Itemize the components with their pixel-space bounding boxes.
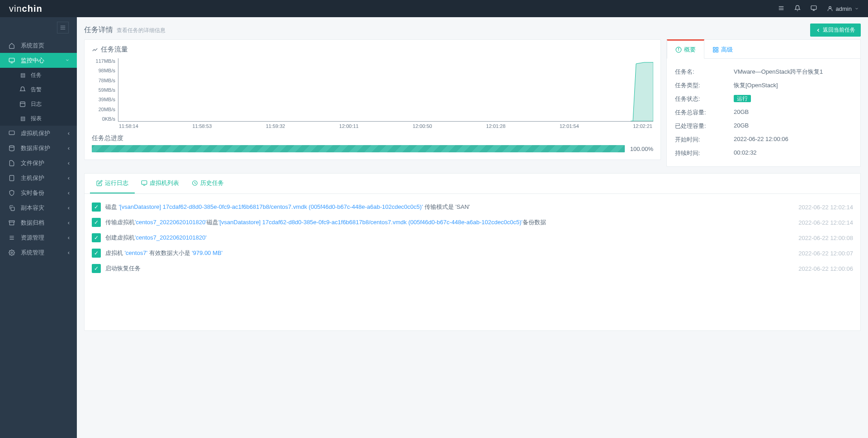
sliders-icon xyxy=(7,235,16,241)
nav-system[interactable]: 系统管理‹ xyxy=(0,245,77,260)
svg-rect-14 xyxy=(9,131,14,134)
subnav-alert[interactable]: 告警 xyxy=(0,82,77,97)
chevron-left-icon: ‹ xyxy=(68,204,70,211)
svg-rect-30 xyxy=(142,181,147,184)
info-value: 运行 xyxy=(734,95,852,103)
info-row: 任务状态:运行 xyxy=(675,92,852,106)
svg-rect-26 xyxy=(713,47,715,49)
shield-icon xyxy=(7,190,16,196)
nav-file-protect[interactable]: 文件保护‹ xyxy=(0,155,77,170)
nav-db-protect[interactable]: 数据库保护‹ xyxy=(0,141,77,155)
log-message: 虚拟机 'centos7' 有效数据大小是 '979.00 MB' xyxy=(105,249,798,257)
check-icon: ✓ xyxy=(92,218,101,227)
svg-rect-28 xyxy=(713,50,715,52)
info-row: 开始时间:2022-06-22 12:00:06 xyxy=(675,133,852,146)
check-icon: ✓ xyxy=(92,264,101,273)
info-icon xyxy=(675,47,682,53)
nav-label: 副本容灾 xyxy=(21,204,44,212)
chart-y-axis: 117MB/s98MB/s78MB/s59MB/s39MB/s20MB/s0KB… xyxy=(92,58,118,122)
btab-history[interactable]: 历史任务 xyxy=(185,174,230,193)
info-value: 恢复[OpenStack] xyxy=(734,81,852,89)
subnav-label: 告警 xyxy=(31,86,42,94)
log-timestamp: 2022-06-22 12:02:14 xyxy=(798,204,853,211)
menu-icon[interactable] xyxy=(778,5,784,13)
logo-part1: vin xyxy=(9,4,22,14)
info-label: 已处理容量: xyxy=(675,122,734,130)
status-badge: 运行 xyxy=(734,95,751,102)
subnav-log[interactable]: 日志 xyxy=(0,97,77,111)
nav-label: 资源管理 xyxy=(21,234,44,242)
check-icon: ✓ xyxy=(92,233,101,242)
svg-rect-3 xyxy=(811,5,816,9)
chevron-down-icon xyxy=(65,57,70,64)
y-tick: 78MB/s xyxy=(99,78,115,83)
page-title-wrap: 任务详情 查看任务的详细信息 xyxy=(84,25,165,35)
chevron-left-icon: ‹ xyxy=(68,160,70,166)
list-icon: ▤ xyxy=(18,72,27,78)
topbar-right: admin xyxy=(778,5,859,13)
page-header: 任务详情 查看任务的详细信息 返回当前任务 xyxy=(84,24,861,37)
nav-monitor[interactable]: 监控中心 xyxy=(0,53,77,68)
back-to-task-button[interactable]: 返回当前任务 xyxy=(810,24,861,37)
info-row: 任务名:VMware—OpenStack跨平台恢复1 xyxy=(675,65,852,79)
page-subtitle: 查看任务的详细信息 xyxy=(117,27,165,33)
vm-icon xyxy=(7,130,16,137)
nav-replica[interactable]: 副本容灾‹ xyxy=(0,200,77,215)
archive-icon xyxy=(7,220,16,226)
sidebar-collapse-button[interactable] xyxy=(57,22,69,33)
svg-rect-12 xyxy=(20,102,25,107)
nav-realtime[interactable]: 实时备份‹ xyxy=(0,185,77,200)
info-value: 00:02:32 xyxy=(734,149,852,157)
btab-log[interactable]: 运行日志 xyxy=(90,174,135,193)
logo-part2: chin xyxy=(22,4,42,14)
user-menu[interactable]: admin xyxy=(827,5,859,12)
nav-vm-protect[interactable]: 虚拟机保护‹ xyxy=(0,126,77,141)
nav-label: 文件保护 xyxy=(21,159,44,167)
nav-host-protect[interactable]: 主机保护‹ xyxy=(0,170,77,185)
tab-overview[interactable]: 概要 xyxy=(667,39,704,59)
log-message: 启动恢复任务 xyxy=(105,264,798,273)
sidebar: 系统首页 监控中心 ▤任务 告警 日志 ▤报表 虚拟机保护‹ 数据库保护‹ 文件… xyxy=(0,17,77,337)
nav-home[interactable]: 系统首页 xyxy=(0,38,77,53)
subnav-label: 日志 xyxy=(31,100,42,108)
chevron-left-icon: ‹ xyxy=(68,234,70,241)
log-timestamp: 2022-06-22 12:00:06 xyxy=(798,265,853,272)
info-value: 2022-06-22 12:00:06 xyxy=(734,136,852,144)
monitor-icon[interactable] xyxy=(811,5,817,13)
nav-resource[interactable]: 资源管理‹ xyxy=(0,230,77,245)
info-value: 20GB xyxy=(734,108,852,117)
subnav-report[interactable]: ▤报表 xyxy=(0,111,77,126)
x-tick: 12:00:11 xyxy=(339,123,359,129)
gear-icon xyxy=(7,250,16,256)
monitor-icon xyxy=(141,180,147,186)
subnav-label: 任务 xyxy=(31,71,42,79)
nav-monitor-submenu: ▤任务 告警 日志 ▤报表 xyxy=(0,68,77,126)
info-value: VMware—OpenStack跨平台恢复1 xyxy=(734,68,852,76)
host-icon xyxy=(7,175,16,181)
nav-label: 虚拟机保护 xyxy=(21,129,50,137)
check-icon: ✓ xyxy=(92,249,101,258)
info-label: 任务名: xyxy=(675,68,734,76)
x-tick: 12:00:50 xyxy=(413,123,432,129)
subnav-job[interactable]: ▤任务 xyxy=(0,68,77,82)
info-row: 持续时间:00:02:32 xyxy=(675,146,852,160)
x-tick: 11:59:32 xyxy=(266,123,285,129)
log-row: ✓传输虚拟机'centos7_20220620101820'磁盘'[vsanDa… xyxy=(88,215,857,230)
nav-label: 系统管理 xyxy=(21,249,44,257)
svg-rect-27 xyxy=(716,47,718,49)
user-name: admin xyxy=(836,5,852,12)
svg-rect-29 xyxy=(716,50,718,52)
progress-bar xyxy=(92,145,625,152)
back-btn-label: 返回当前任务 xyxy=(823,26,855,34)
tab-advanced[interactable]: 高级 xyxy=(704,40,741,58)
bell-icon[interactable] xyxy=(794,5,801,13)
traffic-title-text: 任务流量 xyxy=(101,45,128,54)
nav-label: 实时备份 xyxy=(21,189,44,197)
nav-archive[interactable]: 数据归档‹ xyxy=(0,215,77,230)
btab-label: 运行日志 xyxy=(105,179,128,187)
chart-area-shape xyxy=(631,60,653,121)
btab-vmlist[interactable]: 虚拟机列表 xyxy=(135,174,185,193)
progress-title: 任务总进度 xyxy=(92,134,653,142)
info-label: 持续时间: xyxy=(675,149,734,157)
topbar: vinchin admin xyxy=(0,0,868,17)
